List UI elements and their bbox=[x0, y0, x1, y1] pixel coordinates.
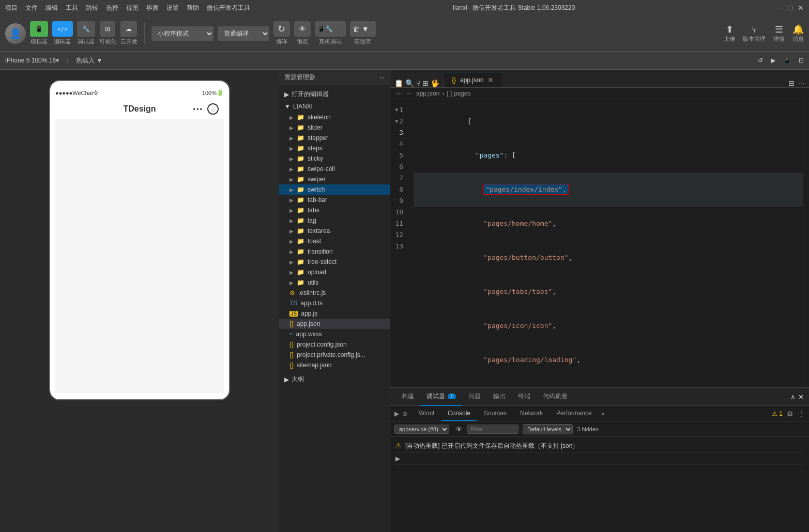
menu-settings[interactable]: 设置 bbox=[166, 4, 179, 12]
console-tab-network[interactable]: Network bbox=[514, 406, 549, 421]
file-tabs[interactable]: ▶ 📁 tabs bbox=[279, 205, 390, 215]
search-icon[interactable]: 🔍 bbox=[405, 79, 414, 87]
outline-header[interactable]: ▶ 大纲 bbox=[279, 373, 390, 386]
service-select[interactable]: appservice (#8) bbox=[394, 425, 449, 434]
console-tab-wxml[interactable]: Wxml bbox=[413, 406, 440, 421]
tab-app-json[interactable]: {} app.json ✕ bbox=[444, 72, 501, 87]
menu-bar[interactable]: 项目 文件 编辑 工具 跳转 选择 视图 界面 设置 帮助 微信开发者工具 bbox=[5, 4, 250, 12]
gear-icon[interactable]: ⚙ bbox=[787, 410, 793, 418]
cloud-button[interactable]: ☁ bbox=[120, 21, 137, 37]
debug-close-icon[interactable]: ✕ bbox=[798, 393, 804, 401]
file-tag[interactable]: ▶ 📁 tag bbox=[279, 215, 390, 226]
file-app-js[interactable]: JS app.js bbox=[279, 308, 390, 319]
more-tabs-icon[interactable]: ··· bbox=[799, 79, 805, 87]
fold-arrow-1[interactable]: ▼ bbox=[395, 104, 398, 116]
debug-tab-quality[interactable]: 代码质量 bbox=[537, 388, 574, 406]
details-action[interactable]: ☰ 详情 bbox=[773, 24, 785, 43]
menu-wechat-devtools[interactable]: 微信开发者工具 bbox=[207, 4, 250, 12]
editor-button[interactable]: </> bbox=[52, 21, 73, 37]
message-action[interactable]: 🔔 消息 bbox=[792, 24, 804, 43]
code-content[interactable]: { "pages": [ "pages/index/index", "pages… bbox=[414, 99, 803, 387]
fold-arrow-2[interactable]: ▼ bbox=[395, 116, 398, 127]
file-app-wxss[interactable]: ≈ app.wxss bbox=[279, 329, 390, 339]
file-toast[interactable]: ▶ 📁 toast bbox=[279, 236, 390, 246]
file-swiper[interactable]: ▶ 📁 swiper bbox=[279, 174, 390, 184]
file-transition[interactable]: ▶ 📁 transition bbox=[279, 246, 390, 257]
file-sticky[interactable]: ▶ 📁 sticky bbox=[279, 153, 390, 164]
refresh-icon[interactable]: ↺ bbox=[758, 57, 763, 64]
maximize-button[interactable]: □ bbox=[788, 4, 792, 12]
menu-tool[interactable]: 工具 bbox=[66, 4, 78, 12]
phone-icon[interactable]: 📱 bbox=[783, 57, 791, 64]
menu-select[interactable]: 选择 bbox=[106, 4, 118, 12]
debug-expand-icon[interactable]: ∧ bbox=[790, 393, 796, 401]
minimize-button[interactable]: ─ bbox=[778, 4, 783, 12]
git-icon[interactable]: ⑂ bbox=[416, 79, 420, 87]
file-steps[interactable]: ▶ 📁 steps bbox=[279, 143, 390, 153]
debug-tab-debugger[interactable]: 调试器 1 bbox=[420, 388, 462, 406]
file-slider[interactable]: ▶ 📁 slider bbox=[279, 122, 390, 133]
file-project-config[interactable]: {} project.config.json bbox=[279, 339, 390, 350]
file-switch[interactable]: ▶ 📁 switch bbox=[279, 184, 390, 195]
debug-tab-issues[interactable]: 问题 bbox=[462, 388, 487, 406]
file-app-json[interactable]: {} app.json bbox=[279, 319, 390, 329]
more-tabs-button[interactable]: » bbox=[601, 410, 605, 417]
file-upload[interactable]: ▶ 📁 upload bbox=[279, 267, 390, 277]
breadcrumb-node[interactable]: [ ] pages bbox=[447, 90, 470, 97]
mode-select[interactable]: 小程序模式 bbox=[151, 26, 213, 41]
lianxi-header[interactable]: ▼ LIANXI bbox=[279, 101, 390, 112]
open-editors-header[interactable]: ▶ 打开的编辑器 bbox=[279, 88, 390, 101]
clear-cache-button[interactable]: 🗑 ▼ bbox=[350, 21, 376, 37]
debug-tab-terminal[interactable]: 终端 bbox=[512, 388, 537, 406]
play-icon[interactable]: ▶ bbox=[771, 57, 775, 64]
version-action[interactable]: ⑂ 版本管理 bbox=[743, 24, 766, 43]
debug-tab-output[interactable]: 输出 bbox=[487, 388, 512, 406]
debugger-button[interactable]: 🔧 bbox=[77, 21, 95, 37]
menu-interface[interactable]: 界面 bbox=[146, 4, 159, 12]
editor-minimap[interactable] bbox=[803, 99, 809, 387]
menu-edit[interactable]: 编辑 bbox=[45, 4, 58, 12]
visual-button[interactable]: ⊞ bbox=[100, 21, 115, 37]
tab-panel-icon[interactable]: 📋 bbox=[394, 79, 403, 87]
file-explorer-more[interactable]: ··· bbox=[379, 74, 385, 81]
file-sitemap[interactable]: {} sitemap.json bbox=[279, 360, 390, 370]
menu-file[interactable]: 文件 bbox=[25, 4, 38, 12]
file-skeleton[interactable]: ▶ 📁 skeleton bbox=[279, 112, 390, 122]
upload-action[interactable]: ⬆ 上传 bbox=[724, 24, 735, 43]
console-tab-console[interactable]: Console bbox=[441, 406, 477, 421]
window-controls[interactable]: ─ □ ✕ bbox=[778, 4, 804, 12]
preview-button[interactable]: 👁 bbox=[294, 21, 311, 37]
file-project-private[interactable]: {} project.private.config.js... bbox=[279, 350, 390, 360]
phone-nav-dots[interactable]: ••• bbox=[193, 105, 203, 113]
file-app-d-ts[interactable]: TS app.d.ts bbox=[279, 298, 390, 308]
log-levels-select[interactable]: Default levels bbox=[523, 424, 573, 434]
real-debug-button[interactable]: 📱🔧 bbox=[315, 21, 346, 37]
console-icon-pause[interactable]: ▶ bbox=[394, 410, 399, 417]
tools-icon[interactable]: 🖐 bbox=[431, 79, 439, 87]
close-button[interactable]: ✕ bbox=[798, 4, 804, 12]
menu-help[interactable]: 帮助 bbox=[187, 4, 199, 12]
file-tab-bar[interactable]: ▶ 📁 tab-bar bbox=[279, 195, 390, 205]
compile-select[interactable]: 普通编译 bbox=[218, 26, 269, 41]
menu-project[interactable]: 项目 bbox=[5, 4, 18, 12]
file-eslintrc[interactable]: ⚙ .eslintrc.js bbox=[279, 288, 390, 298]
phone-nav-circle[interactable]: ⊙ bbox=[207, 103, 219, 115]
extensions-icon[interactable]: ⊞ bbox=[422, 79, 429, 87]
hot-reload-toggle[interactable]: 热载入 ▼ bbox=[76, 56, 102, 65]
console-filter-input[interactable] bbox=[467, 425, 518, 434]
compile-button[interactable]: ↻ bbox=[273, 21, 290, 37]
menu-view[interactable]: 视图 bbox=[126, 4, 139, 12]
fullscreen-icon[interactable]: ⊡ bbox=[799, 57, 804, 64]
eye-icon[interactable]: 👁 bbox=[455, 425, 463, 433]
debug-tab-build[interactable]: 构建 bbox=[395, 388, 420, 406]
console-icon-stop[interactable]: ⊘ bbox=[402, 410, 407, 417]
console-tab-performance[interactable]: Performance bbox=[550, 406, 598, 421]
device-select[interactable]: iPhone 5 100% 16▾ bbox=[5, 57, 59, 64]
file-textarea[interactable]: ▶ 📁 textarea bbox=[279, 226, 390, 236]
console-expand-arrow[interactable]: ▶ bbox=[395, 455, 400, 462]
simulator-button[interactable]: 📱 bbox=[30, 21, 48, 37]
file-stepper[interactable]: ▶ 📁 stepper bbox=[279, 133, 390, 143]
breadcrumb-file[interactable]: app.json bbox=[416, 90, 439, 97]
split-editor-icon[interactable]: ⊟ bbox=[788, 79, 795, 87]
file-utils[interactable]: ▶ 📁 utils bbox=[279, 277, 390, 288]
